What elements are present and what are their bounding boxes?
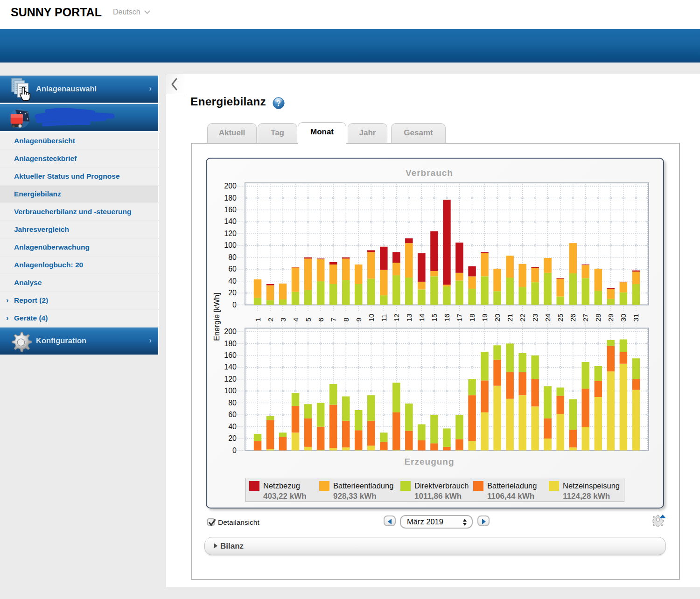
svg-text:26: 26 (569, 313, 577, 321)
svg-text:Netzbezug: Netzbezug (263, 481, 300, 490)
svg-text:25: 25 (556, 313, 564, 321)
svg-text:160: 160 (224, 206, 237, 214)
svg-text:16: 16 (443, 313, 451, 321)
svg-text:40: 40 (228, 277, 237, 285)
svg-text:18: 18 (468, 313, 476, 321)
svg-text:0: 0 (232, 446, 237, 454)
svg-text:200: 200 (224, 327, 237, 335)
svg-text:17: 17 (455, 313, 463, 321)
svg-text:60: 60 (228, 411, 237, 418)
svg-text:6: 6 (317, 318, 325, 322)
svg-text:180: 180 (224, 340, 237, 348)
svg-text:Batterieladung: Batterieladung (487, 481, 537, 490)
svg-text:120: 120 (224, 230, 237, 237)
svg-text:?: ? (276, 99, 281, 107)
svg-text:180: 180 (224, 194, 237, 202)
svg-text:31: 31 (632, 313, 640, 321)
svg-text:1: 1 (254, 318, 262, 322)
svg-text:928,33 kWh: 928,33 kWh (333, 492, 377, 501)
svg-text:21: 21 (506, 313, 514, 321)
svg-text:100: 100 (224, 387, 237, 395)
svg-text:1106,44 kWh: 1106,44 kWh (487, 492, 534, 501)
svg-text:80: 80 (228, 253, 237, 261)
svg-text:8: 8 (342, 318, 350, 322)
svg-text:140: 140 (224, 217, 237, 225)
svg-text:20: 20 (228, 434, 237, 442)
svg-text:24: 24 (544, 313, 552, 322)
svg-text:0: 0 (232, 301, 237, 309)
svg-text:20: 20 (493, 313, 501, 322)
svg-text:23: 23 (531, 313, 539, 321)
svg-text:3: 3 (279, 318, 287, 322)
svg-text:Direktverbrauch: Direktverbrauch (414, 481, 469, 490)
svg-text:12: 12 (392, 313, 400, 321)
svg-text:7: 7 (329, 318, 337, 322)
svg-text:19: 19 (481, 313, 489, 321)
svg-text:10: 10 (367, 313, 375, 322)
svg-text:13: 13 (405, 313, 413, 321)
svg-text:40: 40 (228, 423, 237, 431)
svg-text:2: 2 (266, 318, 274, 322)
svg-text:27: 27 (581, 313, 589, 321)
svg-text:15: 15 (430, 313, 438, 321)
svg-text:29: 29 (607, 313, 615, 321)
svg-text:22: 22 (518, 313, 526, 321)
svg-text:Erzeugung: Erzeugung (404, 457, 454, 467)
svg-text:140: 140 (224, 363, 237, 371)
svg-text:160: 160 (224, 351, 237, 359)
svg-text:9: 9 (355, 318, 363, 322)
svg-text:20: 20 (228, 289, 237, 297)
svg-text:Energie [kWh]: Energie [kWh] (212, 293, 221, 341)
svg-text:200: 200 (224, 182, 237, 190)
svg-text:1124,28 kWh: 1124,28 kWh (563, 492, 610, 501)
svg-text:120: 120 (224, 375, 237, 383)
svg-text:11: 11 (380, 314, 388, 321)
svg-text:403,22 kWh: 403,22 kWh (263, 492, 307, 501)
svg-text:1011,86 kWh: 1011,86 kWh (414, 492, 462, 501)
svg-text:Netzeinspeisung: Netzeinspeisung (563, 481, 620, 490)
svg-text:28: 28 (594, 313, 602, 321)
svg-text:Batterieentladung: Batterieentladung (333, 481, 393, 490)
svg-text:30: 30 (619, 313, 627, 322)
svg-text:60: 60 (228, 265, 237, 273)
svg-text:5: 5 (304, 318, 312, 322)
svg-text:Verbrauch: Verbrauch (406, 168, 453, 178)
svg-text:100: 100 (224, 241, 237, 249)
svg-text:80: 80 (228, 399, 237, 407)
svg-text:14: 14 (418, 313, 426, 322)
svg-text:4: 4 (292, 318, 300, 322)
